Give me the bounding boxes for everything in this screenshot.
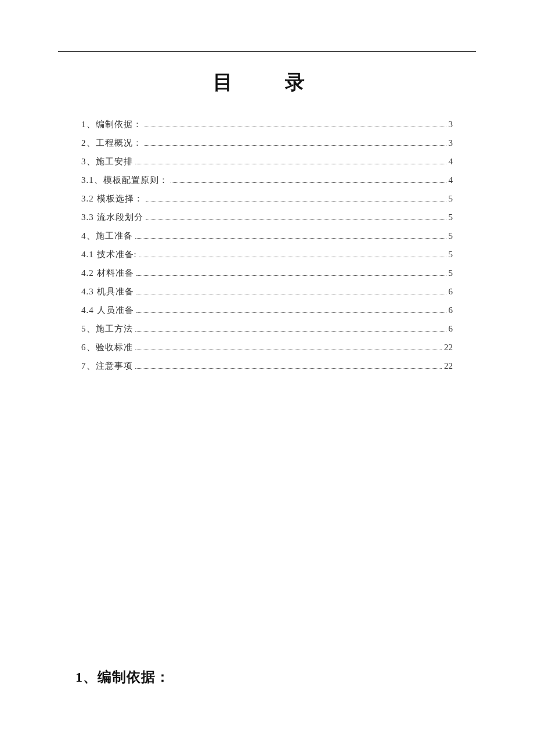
toc-row[interactable]: 6、验收标准22 (81, 342, 453, 356)
toc-page-number: 22 (444, 343, 453, 352)
toc-leader (135, 163, 446, 164)
toc-page-number: 6 (449, 287, 453, 297)
toc-row[interactable]: 5、施工方法6 (81, 323, 453, 337)
toc-leader (135, 349, 442, 350)
toc-row[interactable]: 3.3 流水段划分5 (81, 212, 453, 226)
table-of-contents: 1、编制依据：32、工程概况：33、施工安排43.1、模板配置原则：43.2 模… (81, 119, 453, 375)
toc-page-number: 4 (449, 175, 453, 185)
toc-leader (146, 219, 446, 220)
toc-label: 4.1 技术准备: (81, 249, 137, 260)
toc-leader (135, 330, 446, 332)
toc-leader (171, 182, 446, 183)
toc-row[interactable]: 1、编制依据：3 (81, 119, 453, 133)
toc-page-number: 3 (449, 138, 453, 148)
toc-page-number: 5 (449, 268, 453, 278)
toc-row[interactable]: 3.2 模板选择：5 (81, 193, 453, 207)
toc-label: 5、施工方法 (81, 323, 133, 334)
toc-page-number: 5 (449, 213, 453, 222)
toc-label: 2、工程概况： (81, 138, 142, 149)
toc-page-number: 6 (449, 305, 453, 315)
toc-row[interactable]: 4.4 人员准备6 (81, 305, 453, 319)
toc-row[interactable]: 2、工程概况：3 (81, 138, 453, 152)
toc-row[interactable]: 4.3 机具准备6 (81, 286, 453, 300)
toc-page-number: 6 (449, 324, 453, 334)
toc-row[interactable]: 4.2 材料准备5 (81, 268, 453, 282)
toc-row[interactable]: 4、施工准备5 (81, 231, 453, 244)
toc-page-number: 3 (449, 120, 453, 129)
toc-leader (136, 275, 446, 276)
toc-leader (139, 256, 446, 257)
page-title: 目 录 (58, 69, 476, 96)
toc-leader (136, 293, 446, 294)
toc-page-number: 4 (449, 157, 453, 167)
toc-leader (145, 145, 446, 146)
toc-label: 4.2 材料准备 (81, 268, 134, 279)
toc-label: 3、施工安排 (81, 156, 133, 167)
toc-leader (135, 237, 446, 239)
toc-row[interactable]: 7、注意事项22 (81, 361, 453, 375)
toc-label: 3.1、模板配置原则： (81, 175, 168, 186)
toc-label: 1、编制依据： (81, 119, 142, 130)
toc-row[interactable]: 3.1、模板配置原则：4 (81, 175, 453, 189)
toc-leader (136, 312, 446, 313)
section-heading: 1、编制依据： (75, 668, 170, 686)
toc-page-number: 22 (444, 361, 453, 371)
document-page: 目 录 1、编制依据：32、工程概况：33、施工安排43.1、模板配置原则：43… (0, 0, 534, 756)
toc-row[interactable]: 4.1 技术准备:5 (81, 249, 453, 263)
toc-label: 6、验收标准 (81, 342, 133, 353)
toc-label: 3.3 流水段划分 (81, 212, 143, 223)
toc-label: 7、注意事项 (81, 361, 133, 372)
toc-leader (146, 200, 446, 201)
toc-page-number: 5 (449, 194, 453, 204)
header-rule (58, 51, 476, 52)
toc-label: 4.3 机具准备 (81, 286, 134, 297)
toc-leader (145, 126, 446, 127)
toc-row[interactable]: 3、施工安排4 (81, 156, 453, 170)
toc-leader (135, 368, 442, 369)
toc-label: 3.2 模板选择： (81, 193, 143, 204)
toc-label: 4.4 人员准备 (81, 305, 134, 316)
toc-page-number: 5 (449, 250, 453, 260)
toc-label: 4、施工准备 (81, 231, 133, 242)
toc-page-number: 5 (449, 231, 453, 241)
